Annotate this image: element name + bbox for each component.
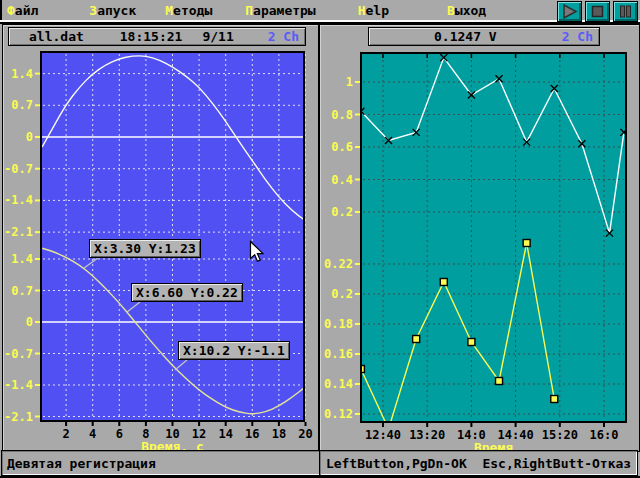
svg-text:-1.4: -1.4 [4,378,33,392]
menu-hotkey: М [165,3,173,18]
svg-text:15:20: 15:20 [542,428,578,442]
svg-text:0.18: 0.18 [324,317,353,331]
status-text: Девятая регистрация [7,456,156,471]
menu-label: араметры [253,3,316,18]
right-panel-header: 0.1247 V 2 Ch [368,27,600,46]
svg-text:4: 4 [89,427,96,441]
measurement-callout-1: X:3.30 Y:1.23 [89,239,201,258]
menu-item-run[interactable]: Запуск [89,3,136,18]
status-message: Девятая регистрация [1,450,322,476]
svg-text:0.7: 0.7 [11,98,33,112]
menu-item-file[interactable]: Файл [7,3,38,18]
svg-text:20: 20 [298,427,312,441]
svg-text:18: 18 [272,427,286,441]
svg-text:-2.1: -2.1 [4,410,33,424]
app-window: Файл Запуск Методы Параметры Help Выход … [0,0,640,478]
menu-hotkey: Ф [7,3,15,18]
measurement-callout-3: X:10.2 Y:-1.1 [178,341,290,360]
menu-item-methods[interactable]: Методы [165,3,212,18]
svg-text:12:40: 12:40 [365,428,401,442]
menu-hotkey: П [245,3,253,18]
menu-label: айл [15,3,38,18]
svg-text:0.4: 0.4 [331,173,353,187]
current-voltage-readout: 0.1247 V [369,29,562,44]
svg-text:0.16: 0.16 [324,347,353,361]
pause-icon [618,4,633,19]
svg-text:16:0: 16:0 [590,428,619,442]
svg-text:-2.1: -2.1 [4,225,33,239]
svg-text:0: 0 [26,315,33,329]
svg-text:1.4: 1.4 [11,67,33,81]
svg-text:-1.4: -1.4 [4,193,33,207]
svg-text:14: 14 [218,427,232,441]
svg-text:1.4: 1.4 [11,252,33,266]
svg-text:0.2: 0.2 [331,287,353,301]
svg-text:1: 1 [346,75,353,89]
measurement-callout-2: X:6.60 Y:0.22 [131,283,243,302]
right-chart-plot[interactable]: 12:4013:2014:014:4015:2016:010.80.60.40.… [320,25,639,451]
transport-controls [554,1,638,22]
left-chart-plot[interactable]: 1.40.70-0.7-1.4-2.11.40.70-0.7-1.4-2.124… [3,25,318,451]
right-chart-panel: 0.1247 V 2 Ch 12:4013:2014:014:4015:2016… [319,24,640,452]
svg-text:0.2: 0.2 [331,205,353,219]
menu-bar: Файл Запуск Методы Параметры Help Выход [0,0,640,20]
play-icon [560,4,579,19]
menu-hotkey: В [447,3,455,18]
svg-text:13:20: 13:20 [409,428,445,442]
svg-text:0.14: 0.14 [324,377,353,391]
menu-item-exit[interactable]: Выход [447,3,486,18]
menu-item-parameters[interactable]: Параметры [245,3,315,18]
menu-hotkey: З [89,3,97,18]
file-name: all.dat [29,29,84,44]
pause-button[interactable] [613,1,638,22]
menu-label: етоды [173,3,212,18]
stop-button[interactable] [585,1,610,22]
menu-label: elp [366,3,389,18]
channel-count-badge: 2 Ch [268,29,299,44]
svg-text:0.22: 0.22 [324,257,353,271]
svg-text:0.8: 0.8 [331,108,353,122]
svg-text:0.12: 0.12 [324,407,353,421]
svg-text:16: 16 [245,427,259,441]
record-date: 9/11 [202,29,233,44]
svg-text:2: 2 [62,427,69,441]
channel-count-badge: 2 Ch [562,29,593,44]
svg-text:-0.7: -0.7 [4,162,33,176]
menu-label: ыход [455,3,486,18]
play-button[interactable] [557,1,582,22]
status-hints: LeftButton,PgDn-OK Esc,RightButt-Отказ [319,450,638,476]
stop-icon [590,4,605,19]
svg-text:0.6: 0.6 [331,140,353,154]
svg-text:0: 0 [26,130,33,144]
hint-text: LeftButton,PgDn-OK Esc,RightButt-Отказ [326,456,631,471]
record-time: 18:15:21 [120,29,183,44]
left-chart-panel: all.dat 18:15:21 9/11 2 Ch 1.40.70-0.7-1… [2,24,319,452]
svg-text:0.7: 0.7 [11,284,33,298]
svg-text:-0.7: -0.7 [4,347,33,361]
menu-hotkey: H [358,3,366,18]
menu-item-help[interactable]: Help [358,3,389,18]
svg-text:6: 6 [116,427,123,441]
menu-label: апуск [97,3,136,18]
left-panel-header: all.dat 18:15:21 9/11 2 Ch [8,27,306,46]
